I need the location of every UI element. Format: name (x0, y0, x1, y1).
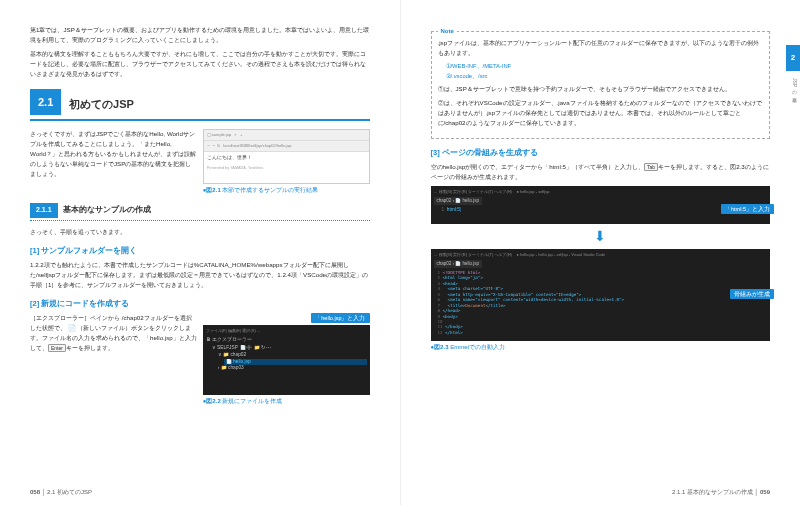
note-item-2: ②/.vscode、/src (446, 72, 764, 81)
step-3-heading: [3] ページの骨組みを生成する (431, 147, 771, 158)
step-2-para: ［エクスプローラー］ペインから /chap02フォルダーを選択した状態で、 📄 … (30, 313, 197, 353)
note-box: Note .jspファイルは、基本的にアプリケーションルート配下の任意のフォルダ… (431, 31, 771, 139)
figure-2-3-bottom: … 移動(G) 実行(R) ターミナル(T) ヘルプ(H) ● hello.js… (431, 249, 771, 341)
figure-2-3-top: … 移動(G) 実行(R) ターミナル(T) ヘルプ(H) ● hello.js… (431, 186, 771, 224)
section-title: 初めてのJSP (69, 96, 134, 113)
section-header: 2.1 初めてのJSP (30, 89, 370, 122)
fig-2-3-caption: ●図2.3 Emmetでの自動入力 (431, 343, 771, 352)
step-2-heading: [2] 新規にコードを作成する (30, 298, 370, 309)
footer-right: 2.1.1 基本的なサンプルの作成 │ 059 (672, 488, 770, 497)
chapter-tab: 2 (786, 45, 800, 71)
intro-para-2: 基本的な構文を理解することももちろん大要ですが、それにも増して、ここでは自分の手… (30, 49, 370, 79)
subsection-number: 2.1.1 (30, 203, 58, 218)
footer-left: 058 │ 2.1 初めてのJSP (30, 488, 92, 497)
arrow-down-icon: ⬇ (431, 226, 771, 247)
fig-2-2-caption: ●図2.2 新規にファイルを作成 (203, 397, 370, 406)
callout-html5: 「html:5」と入力 (721, 204, 774, 214)
sub-lead: さっそく、手順を追っていきます。 (30, 227, 370, 237)
callout-hello-jsp: 「hello.jsp」と入力 (311, 313, 369, 323)
note-label: Note (438, 27, 457, 36)
callout-frame: 骨組みが生成 (730, 289, 774, 299)
lead-para: さっそくですが、まずはJSPでごく基本的なHello, Worldサンプルを作成… (30, 129, 197, 179)
figure-2-1-browser: ◯ sample.jsp × + ← → ↻ localhost:8080/se… (203, 129, 370, 184)
chapter-tab-label: JSPの基本 (791, 78, 799, 93)
intro-para-1: 第1章では、JSP＆サーブレットの概要、およびアプリを動作するための環境を用意し… (30, 25, 370, 45)
subsection-title: 基本的なサンプルの作成 (63, 205, 151, 214)
step-1-heading: [1] サンプルフォルダーを開く (30, 245, 370, 256)
note-item-1: ①/WEB-INF、/META-INF (446, 62, 764, 71)
subsection-header: 2.1.1 基本的なサンプルの作成 (30, 203, 370, 221)
page-left: 第1章では、JSP＆サーブレットの概要、およびアプリを動作するための環境を用意し… (0, 0, 400, 505)
figure-2-2-vscode: ファイル(F) 編集(E) 選択(S) … 🗎 エクスプローラー ∨ SELFJ… (203, 325, 370, 395)
page-right: 2 JSPの基本 Note .jspファイルは、基本的にアプリケーションルート配… (400, 0, 801, 505)
step-3-para: 空のhello.jspが開くので、エディターから「html:5」（すべて半角）と… (431, 162, 771, 182)
step-1-para: 1.2.2項でも触れたように、本書で作成したサンプルコードは%CATALINA_… (30, 260, 370, 290)
fig-2-1-caption: ●図2.1 本節で作成するサンプルの実行結果 (203, 186, 370, 195)
section-number: 2.1 (30, 89, 61, 116)
